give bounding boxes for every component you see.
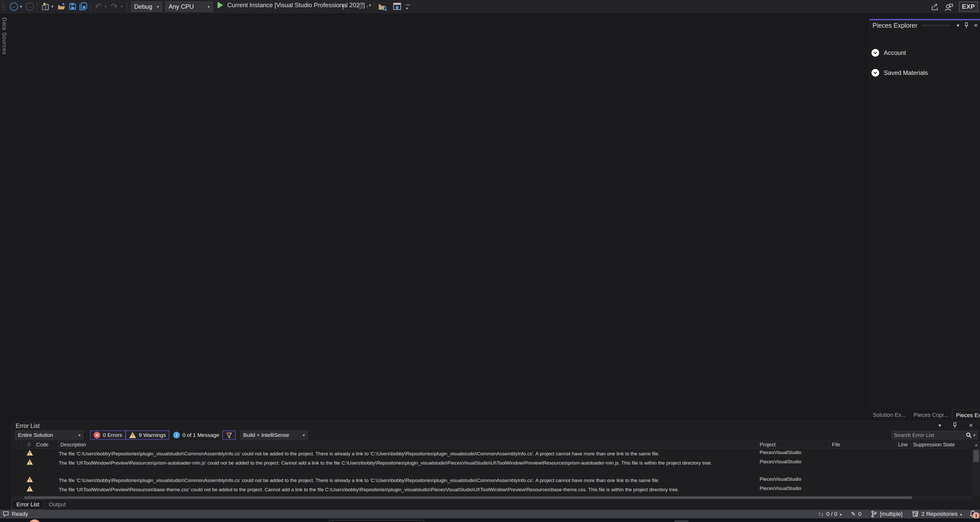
row-description: The file 'UI\ToolWindow\Preview\Resource… [59,459,756,467]
warning-icon [26,486,33,492]
account-badge-label: EXP [962,3,975,10]
search-icon[interactable] [966,432,972,438]
panel-title: Pieces Explorer [872,22,917,29]
navigate-back-button[interactable]: ← [10,3,18,11]
vertical-scrollbar[interactable]: ▴ [972,441,980,496]
save-all-icon [78,2,88,11]
error-list-filter-bar: Entire Solution ▾ ✕ 0 Errors 9 Warnings … [11,430,980,440]
navigate-back-dropdown-icon[interactable]: ▾ [20,4,22,9]
save-button[interactable] [68,2,77,11]
tab-error-list[interactable]: Error List [11,500,44,509]
taskbar-search-pill[interactable] [328,520,425,522]
hot-reload-button[interactable] [356,2,365,11]
repositories-button[interactable]: 2 Repositories ▴ [912,511,962,518]
scroll-up-arrow[interactable]: ▴ [972,441,980,448]
status-ready-label: Ready [12,511,28,517]
new-project-dropdown-icon[interactable]: ▾ [51,4,53,9]
scope-filter-dropdown[interactable]: Entire Solution ▾ [15,430,83,440]
row-description: The file 'C:\Users\bobby\Repositories\pl… [59,450,756,458]
collapse-chevron-icon[interactable] [872,69,879,77]
save-all-button[interactable] [78,2,88,11]
error-grid-rows: The file 'C:\Users\bobby\Repositories\pl… [11,449,972,496]
messages-toggle-button[interactable]: i 0 of 1 Message [170,430,223,440]
solution-configuration-dropdown[interactable]: Debug ▾ [131,2,162,12]
taskbar-app-icon[interactable] [29,519,41,522]
table-row[interactable]: The file 'C:\Users\bobby\Repositories\pl… [11,449,972,458]
redo-dropdown-icon[interactable]: ▾ [121,4,123,9]
share-button[interactable] [931,3,939,11]
close-icon[interactable]: ✕ [974,22,978,29]
toolbar-grip-handle[interactable] [2,2,5,11]
run-target-dropdown-icon[interactable]: ▾ [369,3,371,8]
table-row[interactable]: The file 'C:\Users\bobby\Repositories\pl… [11,475,972,485]
panel-title: Error List [16,422,40,430]
source-filter-dropdown[interactable]: Build + IntelliSense ▾ [240,430,308,440]
feedback-button[interactable] [944,3,953,12]
search-input[interactable] [894,432,966,438]
search-options-chevron-icon[interactable]: ▾ [973,433,975,438]
pin-icon[interactable] [964,22,969,29]
column-header-line[interactable]: Line [898,442,908,447]
horizontal-scrollbar-thumb[interactable] [24,497,912,499]
column-header-suppression-state[interactable]: Suppression State [913,442,955,447]
notifications-button[interactable]: 1 [969,510,977,518]
share-icon [931,3,939,11]
column-header-code[interactable]: Code [36,442,48,447]
navigate-forward-button[interactable]: → [25,3,34,11]
column-header-project[interactable]: Project [760,442,776,447]
toolbar-overflow-button[interactable]: ▾ [406,5,410,11]
account-badge-button[interactable]: EXP [959,2,978,12]
new-project-button[interactable]: ✱ [41,2,50,11]
filter-button[interactable] [223,430,236,440]
pin-icon[interactable] [952,422,958,428]
find-in-files-icon [378,2,387,12]
start-debugging-button[interactable]: Current Instance [Visual Studio Professi… [218,2,371,9]
standard-toolbar: ← ▾ → ✱ ▾ [0,0,980,13]
table-row[interactable]: The file 'UI\ToolWindow\Preview\Resource… [11,458,972,475]
chevron-down-icon: ▾ [208,4,210,9]
panel-options-chevron-icon[interactable]: ▾ [939,422,941,428]
tab-solution-explorer[interactable]: Solution Ex... [869,410,910,420]
tool-window-tab-strip: Solution Ex... Pieces Copi... Pieces Exp… [869,410,980,420]
horizontal-scrollbar[interactable] [11,496,972,499]
tab-pieces-copilot[interactable]: Pieces Copi... [910,410,952,420]
hot-reload-dropdown-icon[interactable]: ▾ [366,4,368,9]
tab-pieces-explorer[interactable]: Pieces Expl... [952,410,980,420]
row-project: PiecesVisualStudio [760,450,801,455]
close-icon[interactable]: ✕ [969,422,973,428]
find-in-files-button[interactable] [378,2,387,12]
pieces-section-account[interactable]: Account [872,48,979,58]
open-file-button[interactable] [57,2,66,11]
branch-picker-button[interactable]: [multiple] [871,511,902,518]
panel-options-chevron-icon[interactable]: ▾ [957,22,959,29]
solution-platform-dropdown[interactable]: Any CPU ▾ [165,2,213,12]
sync-commits-button[interactable]: ↑↓ 0 / 0 ▴ [818,511,842,517]
pieces-explorer-panel: Pieces Explorer ▾ ✕ Account Saved Materi… [869,19,980,410]
panel-drag-grip[interactable] [921,24,951,27]
errors-toggle-button[interactable]: ✕ 0 Errors [90,430,126,440]
sidebar-tab-data-sources[interactable]: Data Sources [1,17,8,55]
sync-arrows-icon: ↑↓ [818,511,824,517]
table-row[interactable]: The file 'UI\ToolWindow\Preview\Resource… [11,485,972,494]
undo-dropdown-icon[interactable]: ▾ [105,4,107,9]
vertical-scrollbar-thumb[interactable] [973,450,979,462]
pieces-section-saved-materials[interactable]: Saved Materials [872,68,979,78]
severity-column-icon[interactable] [27,443,30,446]
pending-edits-button[interactable]: ✎ 0 [851,511,861,517]
undo-button[interactable]: ↶ [95,2,102,11]
collapse-chevron-icon[interactable] [872,49,879,57]
collapse-up-icon: ▴ [960,512,962,516]
errors-count-label: 0 Errors [103,432,122,438]
error-list-search-box[interactable]: ▾ [891,431,978,439]
column-header-description[interactable]: Description [60,442,86,447]
warnings-toggle-button[interactable]: 9 Warnings [126,430,169,440]
sync-counts-label: 0 / 0 [826,511,837,517]
redo-button[interactable]: ↷ [111,2,118,11]
column-header-file[interactable]: File [832,442,840,447]
tab-output[interactable]: Output [44,500,70,509]
notification-count-badge: 1 [973,512,980,519]
pieces-explorer-titlebar[interactable]: Pieces Explorer ▾ ✕ [869,20,980,30]
live-share-button[interactable] [393,2,402,11]
taskbar-widget[interactable] [674,520,689,522]
table-row-partial[interactable] [11,494,972,496]
